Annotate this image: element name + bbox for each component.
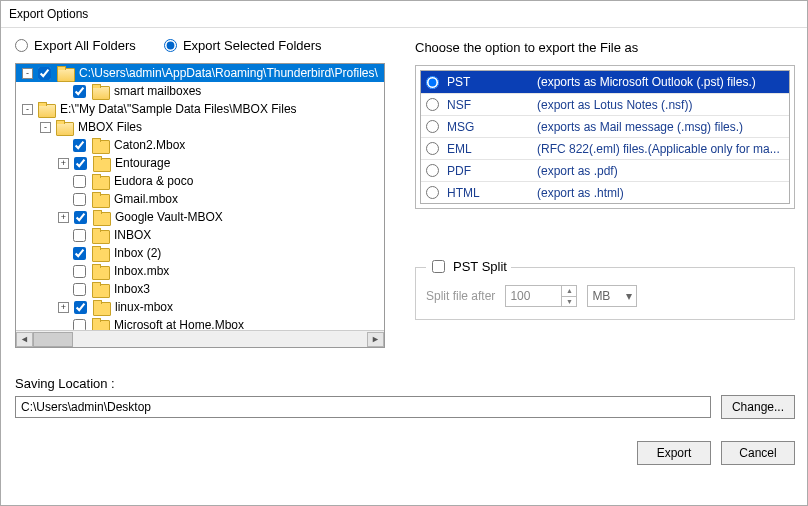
format-radio[interactable] bbox=[426, 98, 439, 111]
radio-export-selected-label: Export Selected Folders bbox=[183, 38, 322, 53]
window-title: Export Options bbox=[1, 1, 807, 28]
tree-row[interactable]: Eudora & poco bbox=[16, 172, 384, 190]
format-option-pdf[interactable]: PDF(export as .pdf) bbox=[421, 159, 789, 181]
change-button[interactable]: Change... bbox=[721, 395, 795, 419]
format-radio[interactable] bbox=[426, 120, 439, 133]
tree-label: Google Vault-MBOX bbox=[113, 210, 223, 224]
folder-icon bbox=[92, 318, 108, 330]
tree-label: Entourage bbox=[113, 156, 170, 170]
tree-row[interactable]: Inbox (2) bbox=[16, 244, 384, 262]
tree-label: Caton2.Mbox bbox=[112, 138, 185, 152]
tree-row[interactable]: Inbox3 bbox=[16, 280, 384, 298]
scroll-track[interactable] bbox=[33, 332, 367, 347]
split-size-field[interactable] bbox=[506, 286, 561, 306]
folder-icon bbox=[92, 282, 108, 296]
folder-icon bbox=[93, 210, 109, 224]
collapse-icon[interactable]: - bbox=[40, 122, 51, 133]
tree-label: Gmail.mbox bbox=[112, 192, 178, 206]
cancel-button[interactable]: Cancel bbox=[721, 441, 795, 465]
tree-label: Inbox (2) bbox=[112, 246, 161, 260]
tree-checkbox[interactable] bbox=[73, 139, 86, 152]
expand-icon[interactable]: + bbox=[58, 158, 69, 169]
expand-icon[interactable]: + bbox=[58, 212, 69, 223]
tree-row[interactable]: Inbox.mbx bbox=[16, 262, 384, 280]
format-radio[interactable] bbox=[426, 164, 439, 177]
tree-checkbox[interactable] bbox=[73, 85, 86, 98]
tree-label: MBOX Files bbox=[76, 120, 142, 134]
tree-row[interactable]: INBOX bbox=[16, 226, 384, 244]
scroll-thumb[interactable] bbox=[33, 332, 73, 347]
format-option-eml[interactable]: EML(RFC 822(.eml) files.(Applicable only… bbox=[421, 137, 789, 159]
tree-row[interactable]: +Google Vault-MBOX bbox=[16, 208, 384, 226]
format-desc: (export as Lotus Notes (.nsf)) bbox=[537, 98, 789, 112]
format-name: PDF bbox=[447, 164, 537, 178]
collapse-icon[interactable]: - bbox=[22, 68, 33, 79]
scroll-left-button[interactable]: ◄ bbox=[16, 332, 33, 347]
tree-row[interactable]: Caton2.Mbox bbox=[16, 136, 384, 154]
tree-label: C:\Users\admin\AppData\Roaming\Thunderbi… bbox=[77, 66, 378, 80]
folder-icon bbox=[92, 228, 108, 242]
format-option-msg[interactable]: MSG(exports as Mail message (.msg) files… bbox=[421, 115, 789, 137]
format-desc: (export as .pdf) bbox=[537, 164, 789, 178]
tree-row[interactable]: -C:\Users\admin\AppData\Roaming\Thunderb… bbox=[16, 64, 384, 82]
tree-checkbox[interactable] bbox=[73, 265, 86, 278]
pst-split-checkbox[interactable] bbox=[432, 260, 445, 273]
saving-location-input[interactable] bbox=[15, 396, 711, 418]
tree-checkbox[interactable] bbox=[73, 175, 86, 188]
radio-export-all[interactable]: Export All Folders bbox=[15, 38, 136, 53]
format-option-pst[interactable]: PST(exports as Microsoft Outlook (.pst) … bbox=[421, 71, 789, 93]
tree-label: Inbox3 bbox=[112, 282, 150, 296]
chevron-down-icon: ▾ bbox=[626, 289, 632, 303]
format-heading: Choose the option to export the File as bbox=[415, 40, 795, 55]
tree-checkbox[interactable] bbox=[73, 193, 86, 206]
split-unit-select[interactable]: MB▾ bbox=[587, 285, 637, 307]
tree-row[interactable]: Microsoft at Home.Mbox bbox=[16, 316, 384, 330]
export-button[interactable]: Export bbox=[637, 441, 711, 465]
tree-row[interactable]: Gmail.mbox bbox=[16, 190, 384, 208]
tree-row[interactable]: -MBOX Files bbox=[16, 118, 384, 136]
tree-label: INBOX bbox=[112, 228, 151, 242]
tree-checkbox[interactable] bbox=[73, 247, 86, 260]
tree-checkbox[interactable] bbox=[73, 319, 86, 331]
tree-checkbox[interactable] bbox=[38, 67, 51, 80]
saving-location-label: Saving Location : bbox=[15, 376, 795, 391]
format-radio[interactable] bbox=[426, 142, 439, 155]
tree-row[interactable]: -E:\"My Data\"Sample Data Files\MBOX Fil… bbox=[16, 100, 384, 118]
tree-row[interactable]: +linux-mbox bbox=[16, 298, 384, 316]
tree-label: E:\"My Data\"Sample Data Files\MBOX File… bbox=[58, 102, 297, 116]
format-panel: PST(exports as Microsoft Outlook (.pst) … bbox=[415, 65, 795, 209]
folder-icon bbox=[92, 174, 108, 188]
radio-export-all-label: Export All Folders bbox=[34, 38, 136, 53]
tree-checkbox[interactable] bbox=[74, 301, 87, 314]
folder-icon bbox=[92, 264, 108, 278]
format-option-nsf[interactable]: NSF(export as Lotus Notes (.nsf)) bbox=[421, 93, 789, 115]
spin-up[interactable]: ▲ bbox=[562, 286, 576, 296]
tree-checkbox[interactable] bbox=[73, 283, 86, 296]
format-radio[interactable] bbox=[426, 76, 439, 89]
format-desc: (export as .html) bbox=[537, 186, 789, 200]
export-scope: Export All Folders Export Selected Folde… bbox=[15, 38, 385, 53]
split-unit-label: MB bbox=[592, 289, 610, 303]
folder-tree: -C:\Users\admin\AppData\Roaming\Thunderb… bbox=[15, 63, 385, 348]
format-name: NSF bbox=[447, 98, 537, 112]
format-name: EML bbox=[447, 142, 537, 156]
tree-label: Microsoft at Home.Mbox bbox=[112, 318, 244, 330]
tree-checkbox[interactable] bbox=[73, 229, 86, 242]
tree-row[interactable]: +Entourage bbox=[16, 154, 384, 172]
tree-checkbox[interactable] bbox=[74, 211, 87, 224]
tree-checkbox[interactable] bbox=[74, 157, 87, 170]
collapse-icon[interactable]: - bbox=[22, 104, 33, 115]
tree-label: smart mailboxes bbox=[112, 84, 201, 98]
format-radio[interactable] bbox=[426, 186, 439, 199]
radio-export-selected[interactable]: Export Selected Folders bbox=[164, 38, 322, 53]
format-desc: (exports as Microsoft Outlook (.pst) fil… bbox=[537, 75, 789, 89]
horizontal-scrollbar[interactable]: ◄ ► bbox=[16, 330, 384, 347]
folder-icon bbox=[56, 120, 72, 134]
tree-row[interactable]: smart mailboxes bbox=[16, 82, 384, 100]
split-size-input[interactable]: ▲▼ bbox=[505, 285, 577, 307]
format-option-html[interactable]: HTML(export as .html) bbox=[421, 181, 789, 203]
tree-label: Eudora & poco bbox=[112, 174, 193, 188]
scroll-right-button[interactable]: ► bbox=[367, 332, 384, 347]
spin-down[interactable]: ▼ bbox=[562, 296, 576, 307]
expand-icon[interactable]: + bbox=[58, 302, 69, 313]
